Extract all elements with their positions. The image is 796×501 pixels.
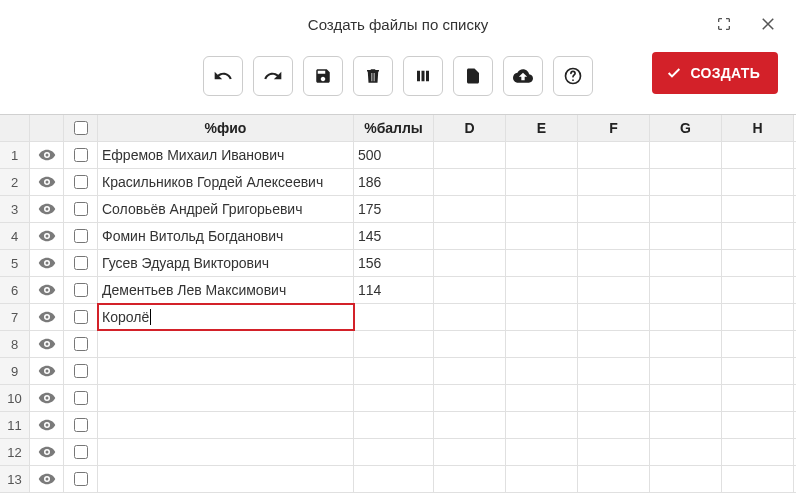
cell-score[interactable]: 175 — [354, 196, 434, 222]
redo-button[interactable] — [253, 56, 293, 96]
cell-empty[interactable] — [578, 277, 650, 303]
cell-empty[interactable] — [722, 196, 794, 222]
row-select[interactable] — [64, 196, 98, 222]
row-number[interactable]: 9 — [0, 358, 30, 384]
visibility-toggle[interactable] — [30, 304, 64, 330]
cell-empty[interactable] — [722, 304, 794, 330]
cloud-upload-button[interactable] — [503, 56, 543, 96]
cell-empty[interactable] — [578, 142, 650, 168]
row-number[interactable]: 8 — [0, 331, 30, 357]
cell-name[interactable] — [98, 412, 354, 438]
select-all-checkbox[interactable] — [74, 121, 88, 135]
row-number[interactable]: 5 — [0, 250, 30, 276]
cell-empty[interactable] — [650, 196, 722, 222]
visibility-toggle[interactable] — [30, 331, 64, 357]
cell-empty[interactable] — [722, 331, 794, 357]
cell-empty[interactable] — [578, 196, 650, 222]
row-checkbox[interactable] — [74, 175, 88, 189]
cell-name[interactable]: Красильников Гордей Алексеевич — [98, 169, 354, 195]
cell-name[interactable] — [98, 331, 354, 357]
cell-empty[interactable] — [434, 385, 506, 411]
row-select[interactable] — [64, 358, 98, 384]
col-header-E[interactable]: E — [506, 115, 578, 141]
row-checkbox[interactable] — [74, 310, 88, 324]
cell-score[interactable] — [354, 385, 434, 411]
visibility-toggle[interactable] — [30, 250, 64, 276]
cell-empty[interactable] — [506, 385, 578, 411]
row-checkbox[interactable] — [74, 283, 88, 297]
cell-score[interactable] — [354, 331, 434, 357]
row-checkbox[interactable] — [74, 256, 88, 270]
col-header-score[interactable]: %баллы — [354, 115, 434, 141]
cell-empty[interactable] — [578, 223, 650, 249]
row-select[interactable] — [64, 331, 98, 357]
data-grid[interactable]: %фио%баллыDEFGH1Ефремов Михаил Иванович5… — [0, 114, 796, 493]
row-select[interactable] — [64, 223, 98, 249]
cell-score[interactable]: 114 — [354, 277, 434, 303]
cell-empty[interactable] — [650, 304, 722, 330]
row-checkbox[interactable] — [74, 202, 88, 216]
row-checkbox[interactable] — [74, 418, 88, 432]
cell-empty[interactable] — [434, 196, 506, 222]
cell-empty[interactable] — [650, 412, 722, 438]
cell-empty[interactable] — [578, 250, 650, 276]
row-checkbox[interactable] — [74, 391, 88, 405]
cell-empty[interactable] — [722, 223, 794, 249]
row-checkbox[interactable] — [74, 472, 88, 486]
cell-empty[interactable] — [434, 331, 506, 357]
visibility-toggle[interactable] — [30, 223, 64, 249]
cell-empty[interactable] — [650, 358, 722, 384]
cell-empty[interactable] — [722, 439, 794, 465]
visibility-toggle[interactable] — [30, 385, 64, 411]
visibility-toggle[interactable] — [30, 412, 64, 438]
cell-empty[interactable] — [506, 331, 578, 357]
row-select[interactable] — [64, 304, 98, 330]
cell-empty[interactable] — [578, 358, 650, 384]
cell-empty[interactable] — [506, 223, 578, 249]
cell-empty[interactable] — [578, 169, 650, 195]
cell-empty[interactable] — [506, 196, 578, 222]
cell-empty[interactable] — [578, 439, 650, 465]
row-checkbox[interactable] — [74, 445, 88, 459]
row-number[interactable]: 2 — [0, 169, 30, 195]
cell-empty[interactable] — [722, 412, 794, 438]
row-checkbox[interactable] — [74, 364, 88, 378]
row-number[interactable]: 12 — [0, 439, 30, 465]
cell-empty[interactable] — [506, 439, 578, 465]
row-checkbox[interactable] — [74, 337, 88, 351]
fullscreen-icon[interactable] — [706, 6, 742, 42]
visibility-toggle[interactable] — [30, 358, 64, 384]
cell-empty[interactable] — [578, 331, 650, 357]
clear-button[interactable] — [353, 56, 393, 96]
col-header-D[interactable]: D — [434, 115, 506, 141]
row-number[interactable]: 11 — [0, 412, 30, 438]
cell-empty[interactable] — [650, 466, 722, 492]
cell-empty[interactable] — [434, 277, 506, 303]
cell-name[interactable] — [98, 385, 354, 411]
cell-empty[interactable] — [578, 385, 650, 411]
file-button[interactable] — [453, 56, 493, 96]
cell-empty[interactable] — [434, 169, 506, 195]
row-select[interactable] — [64, 385, 98, 411]
cell-empty[interactable] — [578, 412, 650, 438]
cell-empty[interactable] — [506, 304, 578, 330]
cell-empty[interactable] — [506, 142, 578, 168]
cell-empty[interactable] — [722, 277, 794, 303]
help-button[interactable] — [553, 56, 593, 96]
row-select[interactable] — [64, 466, 98, 492]
cell-empty[interactable] — [434, 412, 506, 438]
row-checkbox[interactable] — [74, 229, 88, 243]
cell-score[interactable] — [354, 466, 434, 492]
row-select[interactable] — [64, 250, 98, 276]
cell-empty[interactable] — [722, 358, 794, 384]
cell-empty[interactable] — [506, 412, 578, 438]
cell-empty[interactable] — [722, 250, 794, 276]
cell-empty[interactable] — [650, 331, 722, 357]
cell-score[interactable] — [354, 358, 434, 384]
cell-score[interactable]: 500 — [354, 142, 434, 168]
cell-empty[interactable] — [650, 439, 722, 465]
col-header-name[interactable]: %фио — [98, 115, 354, 141]
cell-score[interactable]: 145 — [354, 223, 434, 249]
row-select[interactable] — [64, 439, 98, 465]
row-select[interactable] — [64, 142, 98, 168]
